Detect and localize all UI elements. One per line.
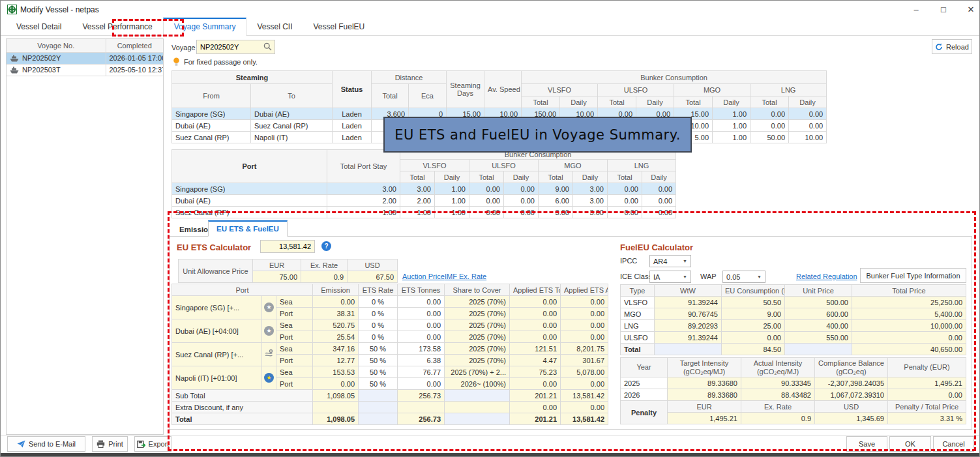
- reload-button[interactable]: Reload: [932, 39, 972, 54]
- unit-price-cell[interactable]: 600.00: [785, 308, 852, 320]
- bunker-cell: 0.00: [608, 183, 642, 195]
- eu-consumption-cell[interactable]: 25.00: [722, 320, 785, 332]
- share-to-cover-cell[interactable]: 2025 (70%) + 2...: [445, 366, 510, 378]
- unit-price-cell[interactable]: 500.00: [785, 297, 852, 308]
- blank-cell[interactable]: [398, 402, 445, 413]
- blank-cell[interactable]: [445, 402, 510, 413]
- share-to-cover-cell[interactable]: 2025 (70%): [445, 331, 510, 343]
- ets-tonnes-header: ETS Tonnes: [398, 284, 445, 296]
- port-cell: Singapore (SG): [172, 183, 327, 195]
- eu-consumption-cell[interactable]: 50.50: [722, 297, 785, 308]
- tab-vessel-performance[interactable]: Vessel Performance: [72, 19, 162, 35]
- share-to-cover-cell[interactable]: 2025 (70%): [445, 355, 510, 366]
- save-button[interactable]: Save: [846, 436, 887, 452]
- total-applied-tonnes: 201.21: [510, 413, 561, 425]
- eu-consumption-cell[interactable]: 0.00: [722, 332, 785, 344]
- share-to-cover-cell[interactable]: 2025 (70%): [445, 308, 510, 319]
- chevron-down-icon: ▼: [757, 274, 762, 279]
- bunker-cell: 0.00: [642, 183, 676, 195]
- to-cell: Napoli (IT): [251, 132, 333, 143]
- send-to-email-button[interactable]: Send to E-Mail: [7, 436, 85, 452]
- tab-vessel-fueleu[interactable]: Vessel FuelEU: [303, 19, 376, 35]
- bunker-fuel-type-info-button[interactable]: Bunker Fuel Type Information: [860, 268, 966, 283]
- voyage-list-row[interactable]: NP202503T 2025-05-10 12:37: [7, 64, 163, 76]
- fuel-total-price: 40,650.00: [852, 344, 966, 355]
- print-button[interactable]: Print: [92, 436, 128, 452]
- minimize-button[interactable]: –: [912, 5, 921, 14]
- ets-subtotal-row: Sub Total1,098.05256.73201.2113,581.42: [172, 390, 608, 402]
- blank-cell: [359, 402, 398, 413]
- emission-cell[interactable]: 38.31: [313, 308, 359, 319]
- emission-cell[interactable]: 12.77: [313, 355, 359, 366]
- emission-cell[interactable]: 520.75: [313, 319, 359, 331]
- close-button[interactable]: ✕: [966, 5, 975, 14]
- blank-cell: [655, 344, 722, 355]
- port-row[interactable]: Singapore (SG)3.003.001.000.000.009.003.…: [172, 183, 676, 195]
- wtw-cell[interactable]: 90.76745: [655, 308, 722, 320]
- eur-value[interactable]: 75.00: [253, 271, 301, 283]
- imf-ex-rate-link[interactable]: IMF Ex. Rate: [445, 273, 486, 280]
- unit-price-cell[interactable]: 400.00: [785, 320, 852, 332]
- ex-rate-value[interactable]: 0.9: [301, 271, 348, 283]
- emission-cell[interactable]: 347.16: [313, 343, 359, 355]
- wap-select[interactable]: 0.05▼: [722, 271, 765, 283]
- bunker-cell: 3.00: [573, 207, 608, 218]
- share-to-cover-cell[interactable]: 2025 (70%): [445, 319, 510, 331]
- tab-vessel-detail[interactable]: Vessel Detail: [6, 19, 72, 35]
- port-row[interactable]: Suez Canal (RP)1.001.001.000.000.003.003…: [172, 207, 676, 218]
- unit-price-cell[interactable]: 550.00: [785, 332, 852, 344]
- help-icon[interactable]: ?: [321, 241, 331, 251]
- share-to-cover-cell[interactable]: 2026~ (100%): [445, 378, 510, 390]
- ice-class-value: IA: [653, 273, 660, 281]
- share-to-cover-cell[interactable]: 2025 (70%): [445, 343, 510, 355]
- distance-group-header: Distance: [372, 71, 447, 84]
- share-to-cover-cell[interactable]: 2025 (70%): [445, 296, 510, 308]
- ice-class-select[interactable]: IA▼: [649, 271, 691, 283]
- sea-port-label: Sea: [276, 366, 313, 378]
- tab-voyage-summary[interactable]: Voyage Summary: [163, 18, 247, 36]
- emission-cell[interactable]: 0.00: [313, 378, 359, 390]
- app-icon: [7, 5, 17, 14]
- port-row[interactable]: Dubai (AE)2.002.001.000.000.006.003.000.…: [172, 195, 676, 207]
- fuel-total-consumption: 84.50: [722, 344, 785, 355]
- bunker-cell: 0.00: [789, 108, 827, 120]
- tab-eu-ets-fueleu[interactable]: EU ETS & FuelEU: [208, 220, 288, 237]
- emission-cell[interactable]: 25.54: [313, 331, 359, 343]
- wtw-cell[interactable]: 91.39244: [655, 297, 722, 308]
- overlay-text: EU ETS and FuelEU in Voyage Summary.: [394, 127, 681, 143]
- wtw-cell[interactable]: 91.39244: [655, 332, 722, 344]
- voyage-list-row[interactable]: NP202502Y 2026-01-05 17:00: [7, 52, 163, 64]
- ets-rate-cell: 0 %: [359, 319, 398, 331]
- total-header: Total: [522, 96, 560, 108]
- search-icon[interactable]: [263, 42, 272, 51]
- tab-vessel-cii[interactable]: Vessel CII: [246, 19, 303, 35]
- completed-header[interactable]: Completed: [106, 39, 163, 52]
- maximize-button[interactable]: □: [939, 5, 948, 14]
- total-header: Total: [608, 171, 642, 183]
- usd-value[interactable]: 67.50: [348, 271, 398, 283]
- ok-button[interactable]: OK: [889, 436, 931, 452]
- fueleu-year-table: YearTarget Intensity(gCO₂eq/MJ)Actual In…: [620, 357, 966, 401]
- auction-price-link[interactable]: Auction Price: [402, 273, 445, 280]
- export-button[interactable]: Export: [134, 436, 171, 452]
- ets-total-value-input[interactable]: [260, 240, 315, 253]
- total-header: Total: [400, 171, 435, 183]
- cancel-button[interactable]: Cancel: [933, 436, 974, 452]
- unit-price-header: Unit Price: [785, 285, 852, 297]
- applied-ets-tonnes-cell: 0.00: [510, 331, 561, 343]
- from-cell: Singapore (SG): [172, 108, 251, 120]
- blank-cell[interactable]: [313, 402, 359, 413]
- applied-ets-amount-cell: 5,078.00: [561, 366, 608, 378]
- ets-port-name: Napoli (IT) [+01:00]: [172, 366, 262, 390]
- emission-cell[interactable]: 153.53: [313, 366, 359, 378]
- voyage-no-header[interactable]: Voyage No.: [7, 39, 106, 52]
- ipcc-select[interactable]: AR4▼: [649, 255, 691, 267]
- wtw-cell[interactable]: 89.20293: [655, 320, 722, 332]
- port-cell: Dubai (AE): [172, 195, 327, 207]
- related-regulation-link[interactable]: Related Regulation: [796, 273, 857, 280]
- ets-tonnes-cell: 0.00: [398, 308, 445, 319]
- eu-consumption-cell[interactable]: 9.00: [722, 308, 785, 320]
- lightbulb-icon: [173, 57, 180, 66]
- fuel-row: MGO90.767459.00600.005,400.00: [621, 308, 966, 320]
- emission-cell[interactable]: 0.00: [313, 296, 359, 308]
